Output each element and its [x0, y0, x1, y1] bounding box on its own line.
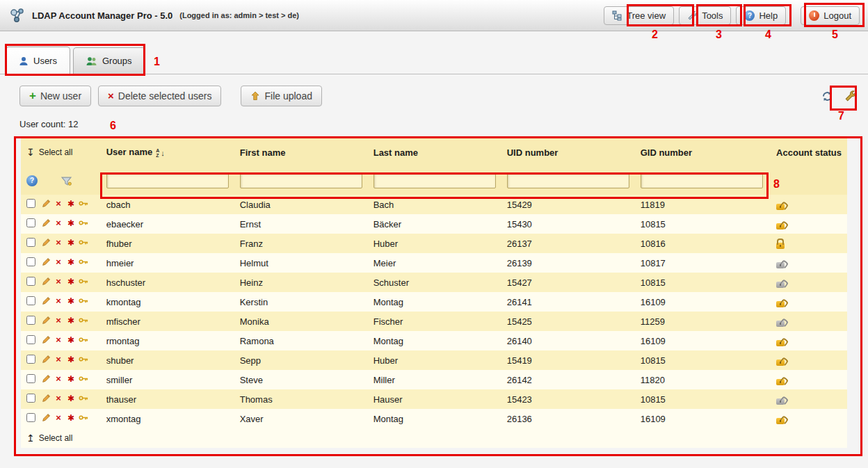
edit-user-icon[interactable] [41, 257, 51, 266]
filter-funnel-icon[interactable] [61, 176, 72, 186]
wrench-settings-icon[interactable] [844, 90, 857, 102]
edit-user-icon[interactable] [41, 199, 51, 208]
edit-user-icon[interactable] [41, 355, 51, 364]
change-password-key-icon[interactable] [79, 278, 88, 284]
edit-user-icon[interactable] [41, 218, 51, 227]
new-user-button[interactable]: + New user [19, 86, 91, 106]
user-row[interactable]: × ✱ hmeier Helmut Meier 26139 10817 [21, 253, 847, 273]
create-pdf-icon[interactable]: ✱ [66, 200, 76, 208]
user-row[interactable]: × ✱ hschuster Heinz Schuster 15427 10815 [21, 273, 847, 292]
edit-user-icon[interactable] [41, 394, 51, 403]
user-row[interactable]: × ✱ xmontag Xaver Montag 26136 16109 [21, 409, 847, 428]
change-password-key-icon[interactable] [79, 337, 88, 343]
change-password-key-icon[interactable] [79, 259, 88, 265]
create-pdf-icon[interactable]: ✱ [66, 414, 76, 422]
filter-help-icon[interactable]: ? [26, 175, 38, 186]
col-gid-number[interactable]: GID number [635, 138, 771, 167]
delete-user-icon[interactable]: × [54, 258, 63, 266]
logout-button[interactable]: Logout [801, 6, 860, 25]
sort-ascending-icon[interactable]: AZ↓ [156, 148, 165, 158]
edit-user-icon[interactable] [41, 335, 51, 344]
delete-user-icon[interactable]: × [54, 239, 63, 247]
create-pdf-icon[interactable]: ✱ [66, 355, 76, 364]
create-pdf-icon[interactable]: ✱ [66, 239, 76, 247]
row-select-checkbox[interactable] [26, 296, 35, 305]
filter-uid-number-input[interactable] [507, 173, 629, 188]
change-password-key-icon[interactable] [79, 376, 88, 382]
user-row[interactable]: × ✱ ebaecker Ernst Bäcker 15430 10815 [21, 214, 847, 234]
help-button[interactable]: ? Help [736, 6, 786, 25]
tools-button[interactable]: Tools [679, 6, 731, 25]
row-select-checkbox[interactable] [26, 394, 35, 403]
filter-last-name-input[interactable] [373, 173, 496, 188]
edit-user-icon[interactable] [41, 296, 51, 305]
col-uid-number[interactable]: UID number [501, 138, 635, 167]
change-password-key-icon[interactable] [79, 220, 88, 226]
edit-user-icon[interactable] [41, 238, 51, 247]
last-name-cell: Bach [368, 195, 501, 214]
delete-selected-users-button[interactable]: × Delete selected users [98, 86, 221, 106]
row-select-checkbox[interactable] [26, 355, 35, 364]
change-password-key-icon[interactable] [79, 356, 88, 362]
create-pdf-icon[interactable]: ✱ [66, 297, 76, 305]
user-row[interactable]: × ✱ thauser Thomas Hauser 15423 10815 [21, 389, 847, 409]
tree-view-button[interactable]: Tree view [604, 6, 674, 25]
col-last-name[interactable]: Last name [368, 138, 501, 167]
delete-user-icon[interactable]: × [54, 219, 63, 227]
row-select-checkbox[interactable] [26, 257, 35, 266]
edit-user-icon[interactable] [41, 413, 51, 422]
delete-user-icon[interactable]: × [54, 375, 63, 383]
user-row[interactable]: × ✱ kmontag Kerstin Montag 26141 16109 [21, 292, 847, 312]
row-select-checkbox[interactable] [26, 277, 35, 286]
change-password-key-icon[interactable] [79, 298, 88, 304]
row-select-checkbox[interactable] [26, 316, 35, 325]
col-first-name[interactable]: First name [234, 138, 368, 167]
change-password-key-icon[interactable] [79, 239, 88, 245]
user-row[interactable]: × ✱ fhuber Franz Huber 26137 10816 [21, 234, 847, 253]
row-select-checkbox[interactable] [26, 413, 35, 422]
delete-user-icon[interactable]: × [54, 316, 63, 325]
file-upload-button[interactable]: File upload [241, 86, 322, 106]
user-row[interactable]: × ✱ cbach Claudia Bach 15429 11819 [21, 195, 847, 214]
create-pdf-icon[interactable]: ✱ [66, 219, 76, 227]
user-row[interactable]: × ✱ smiller Steve Miller 26142 11820 [21, 370, 847, 389]
create-pdf-icon[interactable]: ✱ [66, 316, 76, 325]
filter-gid-number-input[interactable] [641, 173, 763, 188]
filter-first-name-input[interactable] [240, 173, 362, 188]
delete-user-icon[interactable]: × [54, 394, 63, 403]
row-select-checkbox[interactable] [26, 238, 35, 247]
delete-user-icon[interactable]: × [54, 414, 63, 422]
delete-user-icon[interactable]: × [54, 297, 63, 305]
user-row[interactable]: × ✱ shuber Sepp Huber 15419 10815 [21, 350, 847, 370]
row-select-checkbox[interactable] [26, 199, 35, 208]
user-row[interactable]: × ✱ rmontag Ramona Montag 26140 16109 [21, 331, 847, 350]
create-pdf-icon[interactable]: ✱ [66, 258, 76, 266]
refresh-icon[interactable] [821, 90, 833, 102]
change-password-key-icon[interactable] [79, 200, 88, 207]
change-password-key-icon[interactable] [79, 317, 88, 323]
filter-user-name-input[interactable] [106, 173, 229, 188]
edit-user-icon[interactable] [41, 316, 51, 325]
select-all-bottom[interactable]: ↥ Select all [26, 433, 72, 444]
edit-user-icon[interactable] [41, 277, 51, 286]
create-pdf-icon[interactable]: ✱ [66, 336, 76, 344]
delete-user-icon[interactable]: × [54, 355, 63, 364]
delete-user-icon[interactable]: × [54, 336, 63, 344]
edit-user-icon[interactable] [41, 374, 51, 383]
create-pdf-icon[interactable]: ✱ [66, 277, 76, 286]
row-select-checkbox[interactable] [26, 218, 35, 227]
delete-user-icon[interactable]: × [54, 200, 63, 208]
change-password-key-icon[interactable] [79, 414, 88, 421]
create-pdf-icon[interactable]: ✱ [66, 375, 76, 383]
delete-user-icon[interactable]: × [54, 277, 63, 286]
change-password-key-icon[interactable] [79, 395, 88, 401]
last-name-cell: Hauser [368, 389, 501, 409]
create-pdf-icon[interactable]: ✱ [66, 394, 76, 403]
tab-groups[interactable]: Groups [73, 47, 145, 74]
user-row[interactable]: × ✱ mfischer Monika Fischer 15425 11259 [21, 312, 847, 331]
col-user-name[interactable]: User nameAZ↓ [101, 138, 234, 167]
row-select-checkbox[interactable] [26, 335, 35, 344]
tab-users[interactable]: Users [6, 47, 70, 74]
row-select-checkbox[interactable] [26, 374, 35, 383]
select-all-top[interactable]: ↧ Select all [26, 147, 72, 158]
